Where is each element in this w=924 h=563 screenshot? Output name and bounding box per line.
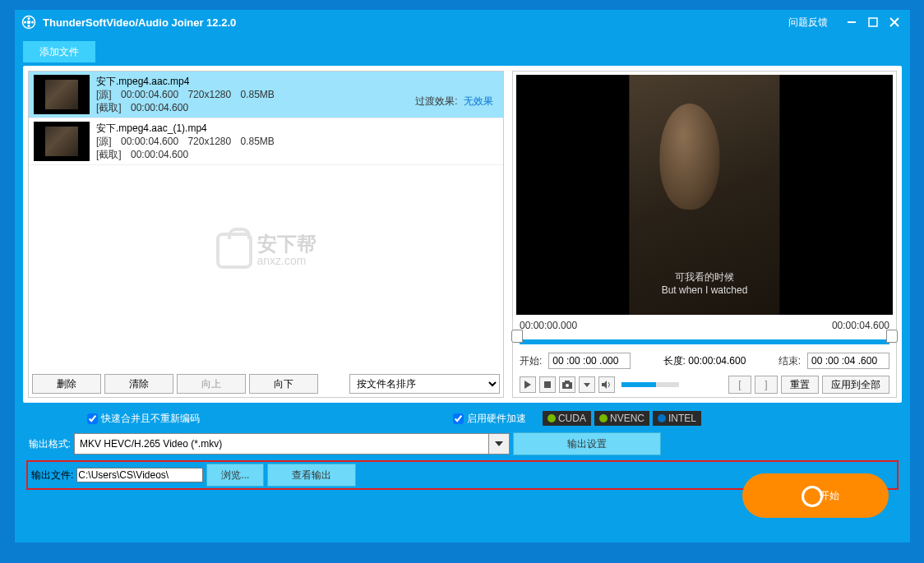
add-files-button[interactable]: 添加文件 — [23, 41, 95, 62]
svg-point-4 — [28, 17, 30, 20]
length-display: 长度: 00:00:04.600 — [637, 354, 771, 368]
mark-in-button[interactable]: [ — [728, 376, 751, 394]
svg-point-5 — [28, 25, 30, 27]
source-duration: 00:00:04.600 — [121, 89, 178, 100]
trim-handle-end[interactable] — [886, 330, 898, 343]
output-format-select[interactable] — [74, 433, 488, 455]
delete-button[interactable]: 删除 — [32, 374, 101, 394]
time-display: 00:00:00.000 00:00:04.600 — [513, 318, 896, 333]
time-current: 00:00:00.000 — [520, 320, 577, 331]
trim-slider[interactable] — [513, 333, 896, 349]
volume-slider[interactable] — [621, 382, 679, 387]
expand-button[interactable] — [579, 376, 595, 393]
play-button[interactable] — [520, 376, 536, 393]
transition-effect[interactable]: 过渡效果: 无效果 — [415, 95, 493, 108]
output-file-label: 输出文件: — [31, 468, 73, 482]
source-label: [源] — [96, 136, 112, 147]
svg-rect-11 — [544, 381, 551, 388]
nvenc-badge: NVENC — [594, 411, 649, 426]
clip-label: [截取] — [96, 149, 122, 160]
svg-marker-17 — [495, 441, 503, 446]
svg-marker-15 — [584, 383, 590, 387]
file-thumbnail — [34, 75, 90, 114]
time-inputs: 开始: 00 :00 :00 .000 长度: 00:00:04.600 结束:… — [513, 349, 896, 372]
svg-point-14 — [566, 384, 569, 387]
svg-rect-7 — [869, 18, 877, 26]
source-duration: 00:00:04.600 — [121, 136, 178, 147]
end-time-label: 结束: — [778, 354, 801, 368]
file-resolution: 720x1280 — [187, 89, 231, 100]
svg-marker-10 — [524, 381, 531, 389]
app-icon — [21, 15, 36, 30]
subtitle: 可我看的时候 But when I watched — [662, 270, 748, 296]
move-up-button[interactable]: 向上 — [177, 374, 246, 394]
close-button[interactable] — [885, 13, 903, 31]
stop-button[interactable] — [539, 376, 556, 393]
file-resolution: 720x1280 — [187, 136, 231, 147]
preview-panel: 可我看的时候 But when I watched 00:00:00.000 0… — [512, 71, 897, 398]
output-file-input[interactable] — [76, 468, 203, 482]
snapshot-button[interactable] — [559, 376, 575, 393]
minimize-button[interactable] — [843, 13, 861, 31]
file-list-panel: 安下.mpeg4.aac.mp4 [源] 00:00:04.600 720x12… — [28, 71, 504, 398]
options-row: 快速合并且不重新编码 启用硬件加速 CUDA NVENC INTEL — [15, 403, 910, 429]
apply-all-button[interactable]: 应用到全部 — [822, 376, 889, 394]
fast-merge-input[interactable] — [87, 413, 98, 424]
video-preview[interactable]: 可我看的时候 But when I watched — [516, 75, 893, 315]
list-buttons: 删除 清除 向上 向下 按文件名排序 — [29, 371, 503, 397]
transition-link[interactable]: 无效果 — [464, 95, 493, 107]
file-info: 安下.mpeg4.aac_(1).mp4 [源] 00:00:04.600 72… — [96, 122, 498, 161]
file-name: 安下.mpeg4.aac_(1).mp4 — [96, 122, 498, 135]
clear-button[interactable]: 清除 — [104, 374, 173, 394]
output-format-row: 输出格式: 输出设置 — [26, 432, 899, 455]
view-output-button[interactable]: 查看输出 — [267, 464, 356, 487]
feedback-link[interactable]: 问题反馈 — [788, 16, 828, 30]
file-size: 0.85MB — [241, 89, 275, 100]
refresh-icon — [792, 486, 811, 505]
svg-point-1 — [27, 21, 31, 25]
fast-merge-checkbox[interactable]: 快速合并且不重新编码 — [87, 412, 200, 426]
hw-badges: CUDA NVENC INTEL — [543, 411, 701, 426]
intel-badge: INTEL — [653, 411, 701, 426]
cuda-badge: CUDA — [543, 411, 591, 426]
reset-button[interactable]: 重置 — [781, 376, 819, 394]
titlebar: ThunderSoftVideo/Audio Joiner 12.2.0 问题反… — [15, 10, 910, 35]
file-size: 0.85MB — [241, 136, 275, 147]
playback-controls: [ ] 重置 应用到全部 — [513, 372, 896, 397]
output-settings-button[interactable]: 输出设置 — [513, 432, 661, 455]
volume-icon[interactable] — [598, 376, 615, 393]
clip-label: [截取] — [96, 102, 122, 113]
hw-accel-input[interactable] — [453, 413, 464, 424]
maximize-button[interactable] — [864, 13, 882, 31]
file-name: 安下.mpeg4.aac.mp4 — [96, 75, 498, 88]
file-item[interactable]: 安下.mpeg4.aac_(1).mp4 [源] 00:00:04.600 72… — [29, 118, 503, 165]
svg-point-2 — [24, 21, 26, 24]
toolbar: 添加文件 — [15, 35, 910, 66]
browse-button[interactable]: 浏览... — [206, 464, 264, 487]
svg-marker-16 — [602, 381, 607, 389]
start-time-input[interactable]: 00 :00 :00 .000 — [548, 353, 631, 369]
mark-out-button[interactable]: ] — [755, 376, 778, 394]
content-area: 安下.mpeg4.aac.mp4 [源] 00:00:04.600 720x12… — [23, 66, 902, 403]
file-list: 安下.mpeg4.aac.mp4 [源] 00:00:04.600 720x12… — [29, 72, 503, 371]
trim-handle-start[interactable] — [511, 330, 523, 343]
svg-rect-13 — [565, 381, 570, 383]
hw-accel-checkbox[interactable]: 启用硬件加速 — [453, 412, 526, 426]
end-time-input[interactable]: 00 :00 :04 .600 — [807, 353, 889, 369]
source-label: [源] — [96, 89, 112, 100]
clip-duration: 00:00:04.600 — [131, 149, 188, 160]
start-button[interactable]: 开始 — [742, 473, 889, 518]
app-title: ThunderSoftVideo/Audio Joiner 12.2.0 — [43, 16, 788, 29]
svg-point-3 — [31, 21, 34, 24]
output-format-label: 输出格式: — [26, 437, 71, 451]
move-down-button[interactable]: 向下 — [249, 374, 318, 394]
file-thumbnail — [34, 122, 90, 161]
app-window: ThunderSoftVideo/Audio Joiner 12.2.0 问题反… — [15, 10, 910, 542]
sort-select[interactable]: 按文件名排序 — [349, 374, 500, 394]
file-item[interactable]: 安下.mpeg4.aac.mp4 [源] 00:00:04.600 720x12… — [29, 72, 503, 118]
start-time-label: 开始: — [520, 354, 542, 368]
format-dropdown-icon[interactable] — [488, 433, 510, 455]
time-total: 00:00:04.600 — [832, 320, 889, 331]
clip-duration: 00:00:04.600 — [131, 102, 188, 113]
